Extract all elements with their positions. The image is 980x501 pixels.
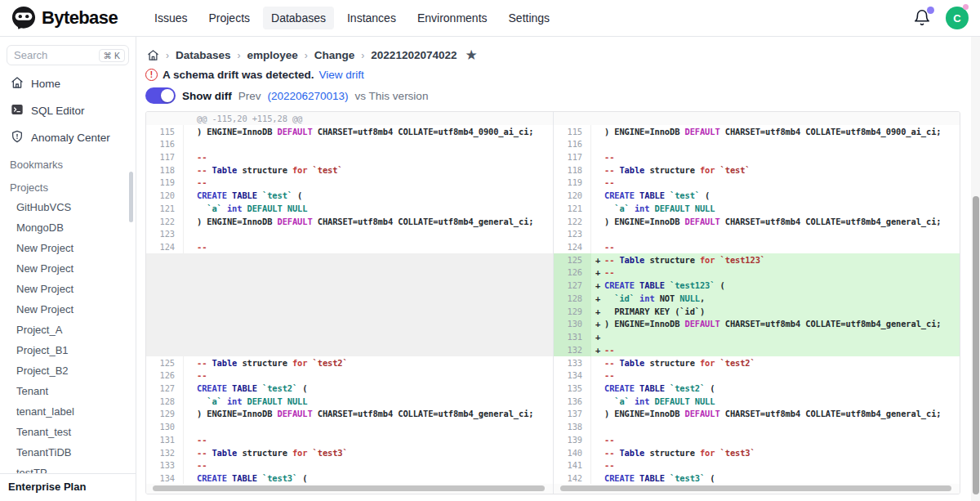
code-text: CREATE TABLE `test3` ( <box>604 473 715 483</box>
code-text: ) ENGINE=InnoDB DEFAULT CHARSET=utf8mb4 … <box>604 409 941 418</box>
line-number: 131 <box>146 433 184 446</box>
nav-tab-projects[interactable]: Projects <box>200 7 258 29</box>
project-item[interactable]: Project_B2 <box>0 360 136 381</box>
navbar-right: C <box>913 7 969 29</box>
project-item[interactable]: New Project <box>0 279 136 299</box>
project-item[interactable]: Project_A <box>0 320 136 340</box>
schema-diff-panel: @@ -115,20 +115,28 @@115) ENGINE=InnoDB … <box>145 111 960 494</box>
line-number: 122 <box>554 215 591 228</box>
code-text: `a` int DEFAULT NULL <box>197 204 307 213</box>
project-item[interactable]: TenantTiDB <box>0 442 136 463</box>
diff-line: 116 <box>554 137 960 150</box>
project-item[interactable]: Project_B1 <box>0 340 136 360</box>
line-number: 129 <box>554 305 591 318</box>
diff-controls: Show diff Prev (202206270013) vs This ve… <box>145 87 428 104</box>
code-text: -- <box>604 177 614 187</box>
prev-label: Prev <box>238 90 261 102</box>
line-number: 115 <box>554 125 591 138</box>
home-icon[interactable] <box>147 49 159 61</box>
line-number <box>146 112 184 125</box>
project-item[interactable]: Tenant <box>0 381 136 401</box>
diff-pane-current: 115) ENGINE=InnoDB DEFAULT CHARSET=utf8m… <box>553 112 960 494</box>
code-text: CREATE TABLE `test2` ( <box>604 383 715 393</box>
diff-rows-left: @@ -115,20 +115,28 @@115) ENGINE=InnoDB … <box>146 112 553 484</box>
line-number: 119 <box>554 177 591 190</box>
diff-line: 119-- <box>146 177 553 190</box>
diff-line: 115) ENGINE=InnoDB DEFAULT CHARSET=utf8m… <box>554 125 960 138</box>
diff-marker: + <box>591 319 604 329</box>
sidebar-item-home[interactable]: Home <box>0 70 136 97</box>
line-number: 124 <box>146 240 184 253</box>
nav-tab-instances[interactable]: Instances <box>339 7 404 29</box>
main-nav: IssuesProjectsDatabasesInstancesEnvironm… <box>146 7 558 29</box>
diff-line: 123 <box>554 227 960 240</box>
page-vertical-scrollbar[interactable] <box>971 37 980 501</box>
top-navbar: Bytebase IssuesProjectsDatabasesInstance… <box>0 0 980 37</box>
nav-tab-issues[interactable]: Issues <box>146 7 195 29</box>
left-horizontal-scrollbar[interactable] <box>146 484 553 494</box>
diff-line: 122) ENGINE=InnoDB DEFAULT CHARSET=utf8m… <box>146 215 553 228</box>
diff-line-added: 125+-- Table structure for `test123` <box>554 253 960 266</box>
code-text: `a` int DEFAULT NULL <box>197 396 307 406</box>
diff-line: 123 <box>146 227 553 240</box>
diff-marker: + <box>591 280 604 290</box>
breadcrumb-separator: › <box>238 50 241 61</box>
search-placeholder: Search <box>14 49 99 61</box>
project-item[interactable]: MongoDB <box>0 217 136 238</box>
diff-line <box>146 292 553 305</box>
home-icon <box>11 76 24 92</box>
bookmark-star-icon[interactable]: ★ <box>465 48 477 62</box>
code-text: -- <box>604 370 614 380</box>
code-text: CREATE TABLE `test` ( <box>197 190 302 200</box>
line-number: 130 <box>554 318 591 331</box>
line-number: 128 <box>146 395 184 408</box>
project-item[interactable]: Tenant_test <box>0 422 136 442</box>
search-input[interactable]: Search ⌘ K <box>7 45 129 65</box>
bytebase-logo[interactable]: Bytebase <box>11 6 146 30</box>
diff-line: 117-- <box>554 150 960 163</box>
avatar-status-dot <box>963 4 969 10</box>
code-text: CREATE TABLE `test123` ( <box>604 280 725 290</box>
code-text: CREATE TABLE `test` ( <box>604 190 710 200</box>
sidebar-scrollbar[interactable] <box>129 172 133 222</box>
sidebar-item-anomaly-center[interactable]: Anomaly Center <box>0 124 136 151</box>
project-item[interactable]: GitHubVCS <box>0 197 136 217</box>
scrollbar-thumb[interactable] <box>153 485 545 491</box>
scrollbar-thumb[interactable] <box>973 196 979 494</box>
diff-hunk-header <box>554 112 960 125</box>
nav-tab-settings[interactable]: Settings <box>501 7 559 29</box>
nav-tab-environments[interactable]: Environments <box>409 7 496 29</box>
breadcrumb-change[interactable]: Change <box>314 49 355 61</box>
user-avatar[interactable]: C <box>946 7 969 29</box>
code-text: -- <box>604 345 614 355</box>
nav-tab-databases[interactable]: Databases <box>263 7 334 29</box>
bytebase-logo-icon <box>11 6 36 30</box>
diff-line: 120CREATE TABLE `test` ( <box>146 189 553 202</box>
breadcrumb-databases[interactable]: Databases <box>176 49 231 61</box>
code-text: -- <box>197 242 207 252</box>
notifications-bell-icon[interactable] <box>913 9 931 27</box>
project-item[interactable]: New Project <box>0 299 136 320</box>
project-item[interactable]: tenant_label <box>0 401 136 422</box>
line-number: 142 <box>554 472 591 484</box>
terminal-icon <box>11 103 24 119</box>
prev-version-link[interactable]: (202206270013) <box>268 90 349 102</box>
code-text: PRIMARY KEY (`id`) <box>604 306 705 316</box>
sidebar-item-label: SQL Editor <box>31 105 85 117</box>
code-text: -- <box>604 460 614 470</box>
show-diff-toggle[interactable] <box>145 87 176 104</box>
breadcrumb-employee[interactable]: employee <box>247 49 298 61</box>
line-number: 115 <box>146 125 184 138</box>
scrollbar-thumb[interactable] <box>560 485 951 491</box>
sidebar-item-sql-editor[interactable]: SQL Editor <box>0 97 136 124</box>
project-item[interactable]: New Project <box>0 238 136 258</box>
right-horizontal-scrollbar[interactable] <box>554 484 960 494</box>
sidebar-section-bookmarks: Bookmarks <box>0 151 136 174</box>
diff-line <box>146 343 553 356</box>
project-item[interactable]: New Project <box>0 258 136 279</box>
line-number: 134 <box>554 369 591 382</box>
diff-line: 131-- <box>146 433 553 446</box>
show-diff-label: Show diff <box>182 90 232 102</box>
diff-line: 117-- <box>146 150 553 163</box>
view-drift-link[interactable]: View drift <box>319 69 364 81</box>
